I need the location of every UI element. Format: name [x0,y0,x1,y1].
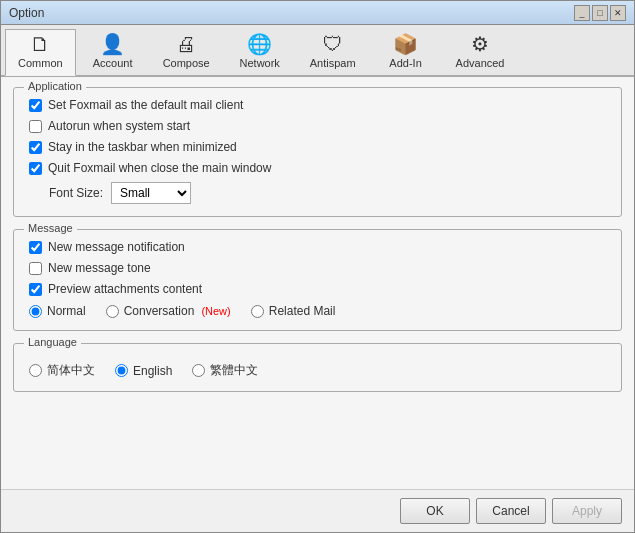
addin-icon: 📦 [393,34,418,54]
language-group-title: Language [24,336,81,348]
addin-label: Add-In [389,57,421,69]
autorun-checkbox[interactable] [29,120,42,133]
english-label: English [133,364,172,378]
checkbox-default-client: Set Foxmail as the default mail client [29,98,606,112]
common-label: Common [18,57,63,69]
normal-label: Normal [47,304,86,318]
account-label: Account [93,57,133,69]
quit-label: Quit Foxmail when close the main window [48,161,271,175]
font-size-row: Font Size: Small Medium Large [29,182,606,204]
related-label: Related Mail [269,304,336,318]
option-window: Option _ □ ✕ 🗋 Common 👤 Account 🖨 Compos… [0,0,635,533]
language-group: Language 简体中文 English 繁體中文 [13,343,622,392]
compose-label: Compose [163,57,210,69]
close-button[interactable]: ✕ [610,5,626,21]
ok-button[interactable]: OK [400,498,470,524]
quit-checkbox[interactable] [29,162,42,175]
new-badge: (New) [201,305,230,317]
content-area: Application Set Foxmail as the default m… [1,76,634,489]
radio-normal: Normal [29,304,86,318]
conversation-radio[interactable] [106,305,119,318]
tab-common[interactable]: 🗋 Common [5,29,76,76]
autorun-label: Autorun when system start [48,119,190,133]
advanced-icon: ⚙ [471,34,489,54]
english-radio[interactable] [115,364,128,377]
tab-antispam[interactable]: 🛡 Antispam [297,29,369,75]
related-radio[interactable] [251,305,264,318]
notification-checkbox[interactable] [29,241,42,254]
traditional-label: 繁體中文 [210,362,258,379]
application-group-title: Application [24,80,86,92]
radio-traditional: 繁體中文 [192,362,258,379]
account-icon: 👤 [100,34,125,54]
tab-network[interactable]: 🌐 Network [225,29,295,75]
advanced-label: Advanced [456,57,505,69]
checkbox-autorun: Autorun when system start [29,119,606,133]
normal-radio[interactable] [29,305,42,318]
notification-label: New message notification [48,240,185,254]
maximize-button[interactable]: □ [592,5,608,21]
simplified-label: 简体中文 [47,362,95,379]
preview-label: Preview attachments content [48,282,202,296]
font-size-select[interactable]: Small Medium Large [111,182,191,204]
tab-account[interactable]: 👤 Account [78,29,148,75]
traditional-radio[interactable] [192,364,205,377]
checkbox-taskbar: Stay in the taskbar when minimized [29,140,606,154]
taskbar-label: Stay in the taskbar when minimized [48,140,237,154]
taskbar-checkbox[interactable] [29,141,42,154]
tone-label: New message tone [48,261,151,275]
tab-toolbar: 🗋 Common 👤 Account 🖨 Compose 🌐 Network 🛡… [1,25,634,76]
font-size-label: Font Size: [49,186,103,200]
conversation-label: Conversation [124,304,195,318]
language-radio-group: 简体中文 English 繁體中文 [29,362,606,379]
radio-simplified: 简体中文 [29,362,95,379]
radio-related: Related Mail [251,304,336,318]
checkbox-quit: Quit Foxmail when close the main window [29,161,606,175]
compose-icon: 🖨 [176,34,196,54]
bottom-bar: OK Cancel Apply [1,489,634,532]
default-client-checkbox[interactable] [29,99,42,112]
antispam-icon: 🛡 [323,34,343,54]
radio-english: English [115,364,172,378]
checkbox-notification: New message notification [29,240,606,254]
message-group-title: Message [24,222,77,234]
preview-checkbox[interactable] [29,283,42,296]
tab-addin[interactable]: 📦 Add-In [371,29,441,75]
checkbox-tone: New message tone [29,261,606,275]
network-icon: 🌐 [247,34,272,54]
minimize-button[interactable]: _ [574,5,590,21]
checkbox-preview: Preview attachments content [29,282,606,296]
tab-compose[interactable]: 🖨 Compose [150,29,223,75]
common-icon: 🗋 [30,34,50,54]
default-client-label: Set Foxmail as the default mail client [48,98,243,112]
cancel-button[interactable]: Cancel [476,498,546,524]
network-label: Network [240,57,280,69]
simplified-radio[interactable] [29,364,42,377]
view-mode-radio-group: Normal Conversation (New) Related Mail [29,304,606,318]
radio-conversation: Conversation (New) [106,304,231,318]
antispam-label: Antispam [310,57,356,69]
tone-checkbox[interactable] [29,262,42,275]
application-group: Application Set Foxmail as the default m… [13,87,622,217]
title-bar: Option _ □ ✕ [1,1,634,25]
window-controls: _ □ ✕ [574,5,626,21]
window-title: Option [9,6,44,20]
message-group: Message New message notification New mes… [13,229,622,331]
tab-advanced[interactable]: ⚙ Advanced [443,29,518,75]
apply-button[interactable]: Apply [552,498,622,524]
